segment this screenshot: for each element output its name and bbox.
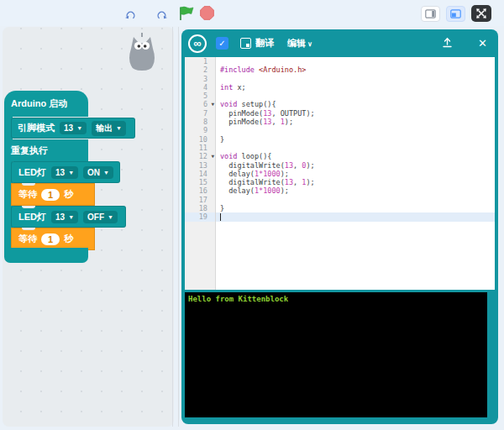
owl-sprite: [125, 32, 159, 76]
code-line[interactable]: digitalWrite(13, 1);: [216, 178, 495, 186]
editor-gutter: 123456▼789101112▼13141516171819: [185, 57, 216, 290]
pin-dropdown[interactable]: 13▼: [60, 122, 87, 134]
undo-icon[interactable]: [125, 8, 136, 24]
code-line[interactable]: }: [216, 135, 495, 144]
editor-code[interactable]: #include <Arduino.h>int x;void setup(){ …: [216, 57, 495, 290]
block-workspace[interactable]: Arduino 启动 引脚模式 13▼ 输出▼ 重复执行 LED灯 13▼ ON…: [3, 27, 174, 427]
arduino-logo-icon[interactable]: ∞: [188, 34, 207, 53]
console-icon[interactable]: [240, 38, 251, 49]
line-number: 15: [185, 178, 215, 186]
line-number: 1: [185, 57, 215, 66]
led-label: LED灯: [18, 211, 46, 223]
chevron-down-icon: ∨: [307, 40, 312, 48]
line-number: 10: [185, 135, 215, 144]
repeat-forever-label: 重复执行: [11, 144, 48, 157]
line-number: 13: [185, 161, 215, 170]
code-line[interactable]: void setup(){: [216, 100, 495, 108]
wait-block[interactable]: 等待 1 秒: [11, 228, 95, 250]
line-number: 5: [185, 92, 215, 100]
led-pin-dropdown[interactable]: 13▼: [51, 166, 78, 179]
line-number: 19: [185, 212, 215, 221]
line-number: 18: [185, 204, 215, 212]
fold-arrow-icon[interactable]: ▼: [211, 152, 214, 160]
translate-button[interactable]: 翻译: [255, 37, 274, 50]
serial-terminal[interactable]: Hello from Kittenblock: [185, 292, 487, 417]
line-number: 3: [185, 75, 215, 83]
repeat-forever-row[interactable]: 重复执行: [4, 139, 88, 161]
pin-mode-label: 引脚模式: [18, 122, 55, 134]
code-line[interactable]: pinMode(13, OUTPUT);: [216, 109, 495, 118]
redo-icon[interactable]: [156, 8, 167, 24]
wait-label: 等待: [18, 188, 37, 201]
stop-icon[interactable]: [200, 6, 214, 24]
view-buttons: [421, 5, 491, 22]
text-cursor: [220, 213, 221, 221]
terminal-line: Hello from Kittenblock: [188, 294, 484, 305]
mode-dropdown[interactable]: 输出▼: [92, 121, 126, 136]
code-line[interactable]: [216, 144, 495, 152]
arduino-start-label: Arduino 启动: [11, 97, 67, 110]
code-line[interactable]: [216, 212, 495, 221]
line-number: 4: [185, 83, 215, 92]
code-editor[interactable]: 123456▼789101112▼13141516171819 #include…: [185, 57, 495, 290]
wait-unit-label: 秒: [64, 188, 73, 201]
code-line[interactable]: delay(1*1000);: [216, 186, 495, 195]
line-number: 11: [185, 144, 215, 152]
line-number: 2: [185, 66, 215, 74]
arduino-start-block[interactable]: Arduino 启动: [4, 91, 88, 117]
top-toolbar: [0, 0, 504, 26]
line-number: 6▼: [185, 100, 215, 108]
code-panel-header: ∞ ✓ 翻译 编辑∨ ✕: [181, 29, 498, 57]
upload-icon[interactable]: [442, 36, 453, 51]
led-pin-dropdown[interactable]: 13▼: [51, 211, 78, 223]
wait-block[interactable]: 等待 1 秒: [11, 183, 95, 206]
wait-unit-label: 秒: [64, 233, 73, 245]
auto-refresh-checkbox[interactable]: ✓: [216, 37, 228, 50]
dropdown-arrow-icon: ▼: [108, 214, 113, 220]
panel-resize-handle[interactable]: [172, 27, 179, 427]
line-number: 7: [185, 109, 215, 118]
dropdown-arrow-icon: ▼: [68, 214, 74, 220]
dropdown-arrow-icon: ▼: [116, 125, 122, 131]
line-number: 12▼: [185, 152, 215, 160]
fullscreen-button[interactable]: [471, 5, 491, 22]
code-line[interactable]: int x;: [216, 83, 495, 92]
dropdown-arrow-icon: ▼: [76, 125, 82, 131]
code-line[interactable]: [216, 57, 495, 66]
wait-value-input[interactable]: 1: [41, 233, 60, 245]
code-line[interactable]: #include <Arduino.h>: [216, 66, 495, 74]
code-line[interactable]: }: [216, 204, 495, 212]
stage-layout-button[interactable]: [421, 6, 440, 22]
led-state-dropdown[interactable]: OFF▼: [83, 211, 118, 223]
line-number: 8: [185, 118, 215, 126]
split-layout-button[interactable]: [446, 6, 465, 22]
code-panel: ∞ ✓ 翻译 编辑∨ ✕ 123456▼789101112▼1314151617…: [181, 29, 498, 424]
fold-arrow-icon[interactable]: ▼: [211, 100, 214, 108]
green-flag-icon[interactable]: [178, 6, 195, 24]
code-line[interactable]: void loop(){: [216, 152, 495, 160]
close-icon[interactable]: ✕: [478, 37, 487, 50]
code-line[interactable]: [216, 196, 495, 204]
arduino-start-block-bottom[interactable]: [4, 248, 88, 263]
code-line[interactable]: delay(1*1000);: [216, 170, 495, 178]
dropdown-arrow-icon: ▼: [68, 170, 74, 176]
wait-label: 等待: [18, 233, 37, 245]
led-on-block[interactable]: LED灯 13▼ ON▼: [11, 161, 120, 183]
line-number: 14: [185, 170, 215, 178]
pin-mode-block[interactable]: 引脚模式 13▼ 输出▼: [11, 118, 135, 139]
code-line[interactable]: pinMode(13, 1);: [216, 118, 495, 126]
led-state-dropdown[interactable]: ON▼: [83, 166, 113, 179]
wait-value-input[interactable]: 1: [41, 189, 60, 201]
led-label: LED灯: [18, 166, 46, 179]
line-number: 16: [185, 186, 215, 195]
line-number: 9: [185, 126, 215, 134]
code-line[interactable]: [216, 75, 495, 83]
edit-menu-button[interactable]: 编辑∨: [287, 37, 312, 50]
code-line[interactable]: [216, 92, 495, 100]
code-line[interactable]: [216, 126, 495, 134]
line-number: 17: [185, 196, 215, 204]
led-off-block[interactable]: LED灯 13▼ OFF▼: [11, 206, 126, 228]
code-line[interactable]: digitalWrite(13, 0);: [216, 161, 495, 170]
dropdown-arrow-icon: ▼: [103, 170, 109, 176]
